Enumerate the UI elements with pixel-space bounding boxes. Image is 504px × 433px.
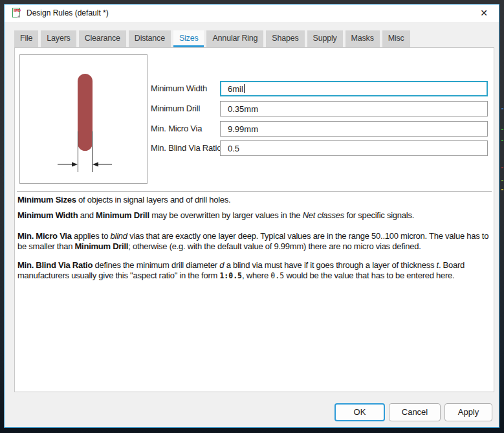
tab-clearance[interactable]: Clearance xyxy=(79,30,126,47)
divider xyxy=(17,191,492,192)
app-icon: BRD xyxy=(12,8,22,18)
minimum-drill-value: 0.35mm xyxy=(228,104,258,114)
sizes-tab-panel: Minimum Width 6mil Minimum Drill 0.35mm … xyxy=(14,47,494,392)
title-bar[interactable]: BRD Design Rules (default *) ✕ xyxy=(5,5,499,22)
background-artifact xyxy=(501,167,503,168)
text-cursor xyxy=(244,84,245,93)
help-paragraph-micro-via: Min. Micro Via applies to blind vias tha… xyxy=(17,231,490,251)
help-paragraph-minimum-sizes: Minimum Sizes of objects in signal layer… xyxy=(17,195,490,205)
app-icon-label: BRD xyxy=(12,8,22,12)
minimum-width-value: 6mil xyxy=(228,84,243,94)
help-paragraph-blind-via-ratio: Min. Blind Via Ratio defines the minimum… xyxy=(17,260,490,281)
min-micro-via-value: 9.99mm xyxy=(228,124,258,134)
tab-layers[interactable]: Layers xyxy=(41,30,76,47)
background-artifact xyxy=(501,108,503,109)
background-artifact xyxy=(501,129,503,130)
minimum-width-input[interactable]: 6mil xyxy=(220,81,488,96)
min-micro-via-input[interactable]: 9.99mm xyxy=(220,121,488,137)
tab-supply[interactable]: Supply xyxy=(307,30,343,47)
via-width-drawing xyxy=(20,55,147,183)
arrow-left-icon xyxy=(93,162,98,167)
cancel-button[interactable]: Cancel xyxy=(389,403,441,421)
minimum-drill-input[interactable]: 0.35mm xyxy=(220,101,488,117)
min-micro-via-label: Min. Micro Via xyxy=(151,121,202,137)
min-blind-via-ratio-input[interactable]: 0.5 xyxy=(220,140,488,156)
background-artifact xyxy=(501,189,503,190)
min-blind-via-ratio-value: 0.5 xyxy=(228,144,239,153)
min-blind-via-ratio-label: Min. Blind Via Ratio xyxy=(151,140,221,156)
tab-bar: File Layers Clearance Distance Sizes Ann… xyxy=(14,30,410,47)
minimum-drill-label: Minimum Drill xyxy=(151,101,200,117)
minimum-width-label: Minimum Width xyxy=(151,81,207,96)
tab-annular-ring[interactable]: Annular Ring xyxy=(206,30,263,47)
window-title: Design Rules (default *) xyxy=(27,5,109,22)
design-rules-dialog: BRD Design Rules (default *) ✕ File Laye… xyxy=(4,4,499,428)
tab-distance[interactable]: Distance xyxy=(129,30,171,47)
tab-masks[interactable]: Masks xyxy=(345,30,380,47)
arrow-right-icon xyxy=(72,162,78,167)
via-width-illustration xyxy=(19,54,148,184)
tab-misc[interactable]: Misc xyxy=(382,30,410,47)
tab-sizes[interactable]: Sizes xyxy=(173,30,204,47)
apply-button[interactable]: Apply xyxy=(444,403,492,421)
via-trace-shape xyxy=(78,74,93,151)
tab-file[interactable]: File xyxy=(14,30,38,47)
tab-shapes[interactable]: Shapes xyxy=(266,30,304,47)
background-artifact xyxy=(501,140,503,141)
background-artifact xyxy=(501,180,503,181)
close-icon[interactable]: ✕ xyxy=(473,5,495,22)
ok-button[interactable]: OK xyxy=(334,403,385,421)
dialog-button-row: OK Cancel Apply xyxy=(334,403,492,421)
help-paragraph-net-classes: Minimum Width and Minimum Drill may be o… xyxy=(17,210,490,221)
